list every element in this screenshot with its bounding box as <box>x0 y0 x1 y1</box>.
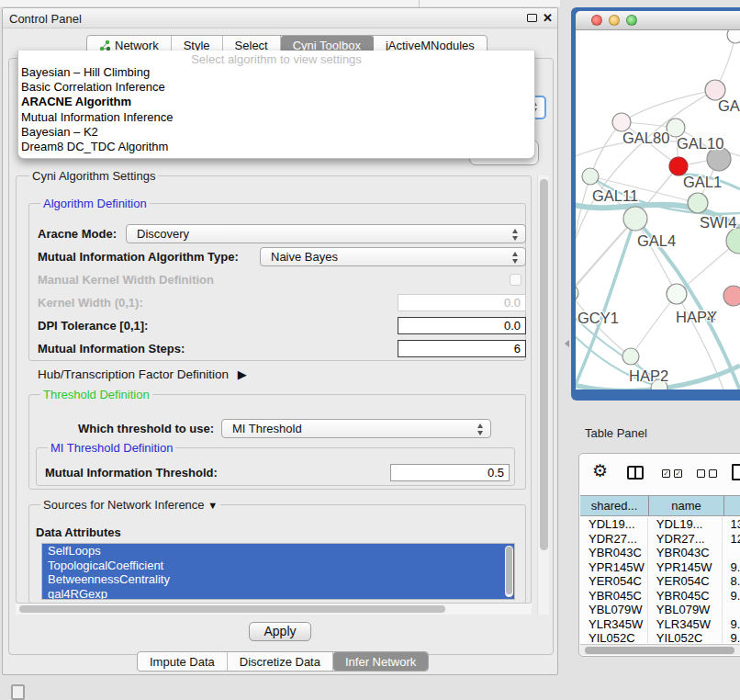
node-hap4[interactable] <box>667 284 687 304</box>
table-panel-title: Table Panel <box>585 426 647 440</box>
column-header-shared-name[interactable]: shared... <box>580 496 649 515</box>
network-strong-edges <box>576 175 740 390</box>
table-row[interactable]: YER054C YER054C 8. <box>580 574 740 589</box>
control-panel-title: Control Panel <box>9 12 82 26</box>
settings-vertical-scrollbar[interactable] <box>537 175 549 615</box>
cell-name: YPR145W <box>648 560 723 575</box>
table-row[interactable]: YLR345W YLR345W 9. <box>580 617 740 632</box>
application-screen: Control Panel ✕ Network Style Select Cyn… <box>0 0 740 700</box>
settings-horizontal-scrollbar[interactable] <box>16 604 532 615</box>
scrollbar-thumb[interactable] <box>540 179 548 550</box>
scrollbar-thumb[interactable] <box>506 547 512 594</box>
network-window-titlebar[interactable] <box>576 11 740 30</box>
attribute-item[interactable]: SelfLoops <box>42 544 514 559</box>
node-label: GAL10 <box>677 135 723 152</box>
node-gal4[interactable] <box>623 207 647 231</box>
dpi-tolerance-field[interactable] <box>398 317 526 334</box>
cyni-algorithm-settings-title: Cyni Algorithm Settings <box>29 169 158 183</box>
node-selected-red[interactable] <box>669 157 688 175</box>
attribute-item[interactable]: gal4RGexp <box>42 587 514 601</box>
node-label: GAL1 <box>683 174 722 190</box>
mutual-information-threshold-field[interactable] <box>390 464 510 481</box>
close-traffic-light-icon[interactable] <box>591 15 602 26</box>
table-row[interactable]: YBL079W YBL079W <box>580 603 740 617</box>
algorithm-option[interactable]: Dream8 DC_TDC Algorithm <box>18 140 534 154</box>
hub-definition-label: Hub/Transcription Factor Definition <box>38 367 229 381</box>
tab-impute-data[interactable]: Impute Data <box>138 652 228 671</box>
table-row[interactable]: YBR043C YBR043C <box>580 546 740 560</box>
apply-button[interactable]: Apply <box>249 622 311 641</box>
scrollbar-thumb[interactable] <box>19 605 445 613</box>
table-row[interactable]: YDR27... YDR27... 12 <box>580 532 740 547</box>
cell-name: YBL079W <box>648 603 723 617</box>
table-row[interactable]: YIL052C YIL052C 9. <box>580 631 740 643</box>
split-columns-icon[interactable] <box>627 466 644 480</box>
aracne-mode-value: Discovery <box>127 227 189 241</box>
tab-discretize-data[interactable]: Discretize Data <box>228 652 333 671</box>
stepper-icon <box>477 423 484 435</box>
column-header-name[interactable]: name <box>649 496 724 515</box>
column-header-partial[interactable]: A <box>724 496 740 515</box>
algorithm-option[interactable]: Mutual Information Inference <box>18 110 534 125</box>
select-all-columns-icon[interactable]: ✓✓ <box>662 469 682 478</box>
node-label: Y <box>707 309 717 325</box>
algorithm-option[interactable]: Bayesian – K2 <box>18 125 534 140</box>
zoom-traffic-light-icon[interactable] <box>626 15 637 26</box>
table-row[interactable]: YBR045C YBR045C 9. <box>580 589 740 604</box>
manual-kernel-width-checkbox[interactable] <box>510 274 521 286</box>
algorithm-option-selected[interactable]: ARACNE Algorithm <box>18 95 534 109</box>
attribute-item[interactable]: TopologicalCoefficient <box>42 559 514 573</box>
kernel-width-field[interactable] <box>398 294 526 311</box>
which-threshold-label: Which threshold to use: <box>78 422 214 435</box>
aracne-mode-combo[interactable]: Discovery <box>126 224 526 243</box>
control-panel: Control Panel ✕ Network Style Select Cyn… <box>2 7 558 675</box>
network-view-window[interactable]: GAL GAL80 GAL10 GAL1 GAL11 SWI4 GAL4 GCY… <box>571 7 740 401</box>
collapse-down-icon[interactable]: ▼ <box>207 500 218 511</box>
network-graph[interactable]: GAL GAL80 GAL10 GAL1 GAL11 SWI4 GAL4 GCY… <box>576 30 740 390</box>
node[interactable] <box>727 30 740 43</box>
node-gal1[interactable] <box>688 193 708 213</box>
table-body[interactable]: YDL19... YDL19... 13 YDR27... YDR27... 1… <box>580 517 740 643</box>
hub-definition-section[interactable]: Hub/Transcription Factor Definition ▶ <box>38 367 247 381</box>
mi-steps-label: Mutual Information Steps: <box>38 342 185 356</box>
expand-right-icon[interactable]: ▶ <box>238 367 247 381</box>
gear-icon[interactable]: ⚙ <box>592 460 608 481</box>
panel-collapse-handle[interactable] <box>565 340 569 347</box>
control-panel-titlebar: Control Panel ✕ <box>3 8 557 28</box>
table-horizontal-scrollbar[interactable] <box>580 644 740 655</box>
threshold-definition-title: Threshold Definition <box>40 388 152 401</box>
node-y[interactable] <box>723 286 740 306</box>
node-hap2[interactable] <box>622 348 639 365</box>
scrollbar-thumb[interactable] <box>585 647 734 654</box>
new-table-icon[interactable] <box>732 464 740 480</box>
node-gcy1[interactable] <box>576 285 578 301</box>
which-threshold-combo[interactable]: MI Threshold <box>221 419 491 438</box>
table-row[interactable]: YDL19... YDL19... 13 <box>580 517 740 532</box>
attribute-item[interactable]: BetweennessCentrality <box>42 572 514 587</box>
algorithm-option[interactable]: Bayesian – Hill Climbing <box>18 65 534 80</box>
node-gal80[interactable] <box>612 113 631 131</box>
cell-name: YBR045C <box>648 589 723 604</box>
unselect-all-columns-icon[interactable] <box>697 469 717 478</box>
tab-infer-network[interactable]: Infer Network <box>333 652 428 671</box>
mi-algorithm-type-combo[interactable]: Naive Bayes <box>260 247 526 266</box>
cell-value: 12 <box>723 532 740 547</box>
cell-shared: YDL19... <box>580 517 648 532</box>
float-window-icon[interactable] <box>527 14 537 22</box>
cell-shared: YBL079W <box>580 603 648 617</box>
mi-steps-field[interactable] <box>398 340 526 357</box>
network-canvas[interactable]: GAL GAL80 GAL10 GAL1 GAL11 SWI4 GAL4 GCY… <box>576 30 740 390</box>
node-gal11[interactable] <box>582 168 599 185</box>
close-icon[interactable]: ✕ <box>543 11 553 25</box>
attribute-list-scrollbar[interactable] <box>505 546 513 597</box>
algorithm-option[interactable]: Basic Correlation Inference <box>18 80 534 95</box>
cell-value: 9. <box>723 617 740 632</box>
manual-kernel-width-label: Manual Kernel Width Definition <box>38 273 214 287</box>
node-label: GAL <box>718 97 740 114</box>
table-row[interactable]: YPR145W YPR145W 9. <box>580 560 740 575</box>
data-attributes-list[interactable]: SelfLoops TopologicalCoefficient Between… <box>41 543 515 600</box>
minimized-panel-icon[interactable] <box>11 684 25 700</box>
sources-title-text: Sources for Network Inference <box>43 498 205 512</box>
cell-value: 9. <box>723 631 740 643</box>
minimize-traffic-light-icon[interactable] <box>609 15 620 26</box>
